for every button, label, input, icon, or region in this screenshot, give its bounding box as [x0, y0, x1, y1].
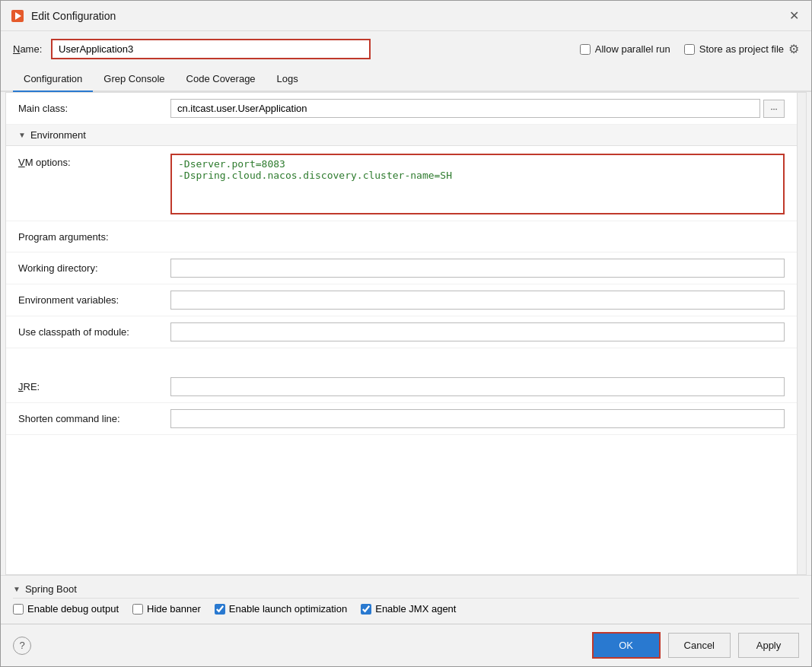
program-args-label: Program arguments: [18, 231, 170, 243]
launch-opt-item: Enable launch optimization [215, 603, 347, 615]
allow-parallel-checkbox[interactable] [580, 44, 591, 55]
gear-icon[interactable]: ⚙ [788, 42, 799, 56]
classpath-input[interactable] [170, 322, 785, 341]
allow-parallel-label: Allow parallel run [595, 43, 670, 55]
vm-options-row: VM options: -Dserver.port=8083 -Dspring.… [6, 146, 797, 221]
spring-boot-title: Spring Boot [25, 583, 77, 595]
launch-opt-checkbox[interactable] [215, 604, 225, 615]
tabs-row: Configuration Grep Console Code Coverage… [1, 67, 811, 92]
edit-configuration-dialog: Edit Configuration ✕ Name: Allow paralle… [0, 0, 812, 667]
spring-boot-header: ▼ Spring Boot [13, 580, 799, 599]
working-dir-input[interactable] [170, 259, 785, 278]
shorten-cmd-input[interactable] [170, 409, 785, 428]
tab-logs[interactable]: Logs [266, 67, 309, 92]
jre-row: JRE: [6, 371, 797, 403]
shorten-cmd-label: Shorten command line: [18, 413, 170, 424]
env-vars-row: Environment variables: [6, 284, 797, 316]
allow-parallel-row: Allow parallel run [580, 43, 670, 55]
hide-banner-item: Hide banner [132, 603, 201, 615]
main-class-input[interactable] [170, 99, 760, 118]
debug-output-label: Enable debug output [27, 603, 119, 615]
spring-boot-options: Enable debug output Hide banner Enable l… [13, 599, 799, 619]
store-project-checkbox[interactable] [684, 44, 695, 55]
jmx-label: Enable JMX agent [375, 603, 456, 615]
hide-banner-checkbox[interactable] [132, 604, 143, 615]
debug-output-checkbox[interactable] [13, 604, 24, 615]
jmx-checkbox[interactable] [361, 604, 371, 615]
main-content: Main class: ··· ▼ Environment VM options… [6, 93, 797, 574]
spacer2 [6, 435, 797, 458]
content-area: Main class: ··· ▼ Environment VM options… [5, 92, 807, 575]
spring-boot-section: ▼ Spring Boot Enable debug output Hide b… [1, 575, 811, 624]
store-project-label: Store as project file [699, 43, 784, 55]
store-project-row: Store as project file ⚙ [684, 42, 799, 56]
environment-arrow[interactable]: ▼ [18, 131, 26, 139]
main-class-row: Main class: ··· [6, 93, 797, 125]
working-dir-row: Working directory: [6, 253, 797, 284]
launch-opt-label: Enable launch optimization [229, 603, 347, 615]
program-args-row: Program arguments: [6, 221, 797, 253]
jre-label: JRE: [18, 381, 170, 392]
name-label: Name: [13, 43, 43, 55]
help-button[interactable]: ? [13, 637, 31, 655]
shorten-cmd-row: Shorten command line: [6, 403, 797, 435]
jmx-item: Enable JMX agent [361, 603, 456, 615]
dialog-footer: ? OK Cancel Apply [1, 624, 811, 666]
env-vars-input[interactable] [170, 291, 785, 310]
hide-banner-label: Hide banner [147, 603, 201, 615]
environment-section-title: Environment [30, 129, 86, 141]
main-class-browse-button[interactable]: ··· [763, 100, 785, 118]
run-config-icon [10, 8, 25, 24]
title-bar: Edit Configuration ✕ [1, 1, 811, 31]
name-row: Name: Allow parallel run Store as projec… [1, 31, 811, 67]
env-vars-label: Environment variables: [18, 294, 170, 306]
classpath-row: Use classpath of module: [6, 316, 797, 348]
tab-configuration[interactable]: Configuration [13, 67, 93, 92]
dialog-title: Edit Configuration [31, 10, 116, 22]
vm-options-textarea[interactable]: -Dserver.port=8083 -Dspring.cloud.nacos.… [170, 154, 785, 214]
tab-code-coverage[interactable]: Code Coverage [176, 67, 266, 92]
spacer [6, 348, 797, 371]
tab-grep-console[interactable]: Grep Console [93, 67, 175, 92]
apply-button[interactable]: Apply [738, 633, 799, 658]
ok-button[interactable]: OK [592, 632, 661, 659]
jre-input[interactable] [170, 377, 785, 396]
cancel-button[interactable]: Cancel [668, 633, 731, 658]
close-button[interactable]: ✕ [785, 8, 802, 24]
name-input[interactable] [51, 39, 371, 59]
environment-section-header: ▼ Environment [6, 125, 797, 146]
working-dir-label: Working directory: [18, 262, 170, 274]
debug-output-item: Enable debug output [13, 603, 119, 615]
main-class-label: Main class: [18, 103, 170, 114]
vm-options-label: VM options: [18, 154, 170, 168]
spring-boot-arrow[interactable]: ▼ [13, 585, 21, 593]
scrollbar-track[interactable] [797, 93, 806, 574]
classpath-label: Use classpath of module: [18, 326, 170, 338]
